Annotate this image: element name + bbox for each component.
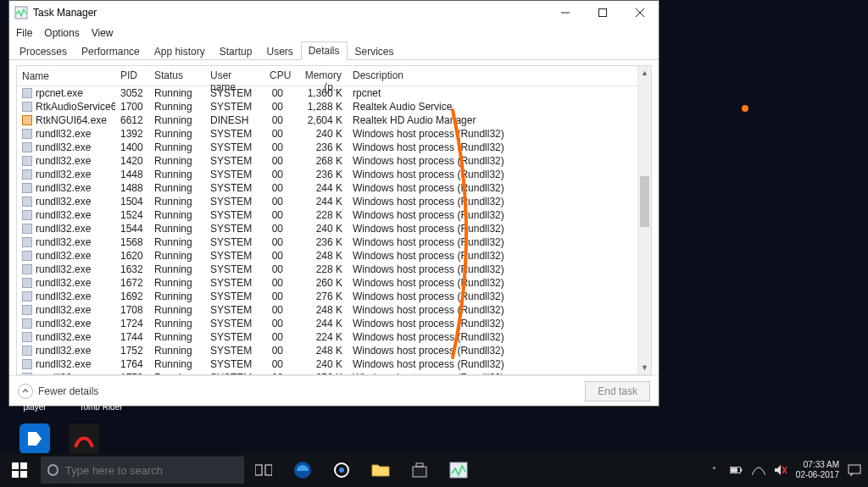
taskbar-clock[interactable]: 07:33 AM 02-06-2017 xyxy=(796,460,839,480)
taskbar-search[interactable] xyxy=(41,457,244,484)
col-status[interactable]: Status xyxy=(149,66,205,86)
process-pid: 1632 xyxy=(115,263,149,275)
col-pid[interactable]: PID xyxy=(115,66,149,86)
process-icon xyxy=(22,332,32,342)
maximize-button[interactable] xyxy=(584,1,621,25)
taskbar-chrome[interactable] xyxy=(322,453,361,487)
action-center-icon[interactable] xyxy=(848,463,861,477)
table-row[interactable]: rundll32.exe1448RunningSYSTEM00236 KWind… xyxy=(17,168,651,181)
col-memory[interactable]: Memory (p... xyxy=(288,66,348,86)
scroll-up-icon[interactable]: ▲ xyxy=(638,66,651,80)
process-memory: 2,604 K xyxy=(288,114,348,126)
task-manager-icon xyxy=(449,462,468,479)
table-row[interactable]: rundll32.exe1672RunningSYSTEM00260 KWind… xyxy=(17,276,651,290)
tab-processes[interactable]: Processes xyxy=(13,43,74,60)
start-button[interactable] xyxy=(0,453,39,487)
process-user: SYSTEM xyxy=(205,372,264,374)
tray-chevron-icon[interactable]: ˄ xyxy=(708,463,721,477)
process-pid: 1620 xyxy=(115,250,149,262)
folder-icon xyxy=(371,462,390,478)
network-icon[interactable] xyxy=(752,463,765,477)
svg-rect-21 xyxy=(740,468,742,472)
volume-muted-icon[interactable] xyxy=(774,463,787,477)
desktop-icon-tomb-rider[interactable]: Tomb Rider xyxy=(76,402,125,412)
process-user: SYSTEM xyxy=(205,318,264,329)
table-row[interactable]: rundll32.exe1400RunningSYSTEM00236 KWind… xyxy=(17,141,651,154)
process-user: SYSTEM xyxy=(205,358,264,370)
menu-view[interactable]: View xyxy=(92,27,114,39)
tab-services[interactable]: Services xyxy=(348,43,401,60)
scroll-down-icon[interactable]: ▼ xyxy=(638,361,651,374)
taskbar-file-explorer[interactable] xyxy=(361,453,400,487)
svg-rect-25 xyxy=(849,465,860,473)
menu-file[interactable]: File xyxy=(16,27,32,39)
menu-options[interactable]: Options xyxy=(44,27,79,39)
col-name[interactable]: Name xyxy=(17,66,115,86)
titlebar[interactable]: Task Manager xyxy=(9,1,659,25)
scrollbar-thumb[interactable] xyxy=(640,176,649,227)
table-row[interactable]: rundll32.exe1420RunningSYSTEM00268 KWind… xyxy=(17,154,651,168)
process-name: rundll32.exe xyxy=(36,291,91,302)
col-username[interactable]: User name xyxy=(205,66,264,86)
close-button[interactable] xyxy=(621,1,659,25)
table-row[interactable]: rundll32.exe1752RunningSYSTEM00248 KWind… xyxy=(17,344,651,357)
table-row[interactable]: rundll32.exe1504RunningSYSTEM00244 KWind… xyxy=(17,195,651,208)
col-cpu[interactable]: CPU xyxy=(264,66,288,86)
process-memory: 240 K xyxy=(288,358,348,370)
taskbar-store[interactable] xyxy=(400,453,439,487)
process-cpu: 00 xyxy=(264,236,288,248)
table-row[interactable]: rundll32.exe1744RunningSYSTEM00224 KWind… xyxy=(17,330,651,344)
svg-rect-7 xyxy=(12,462,19,469)
process-cpu: 00 xyxy=(264,101,288,113)
process-description: Windows host process (Rundll32) xyxy=(348,223,651,235)
process-cpu: 00 xyxy=(264,87,288,99)
process-cpu: 00 xyxy=(264,358,288,370)
vertical-scrollbar[interactable]: ▲ ▼ xyxy=(637,66,651,374)
table-row[interactable]: rundll32.exe1544RunningSYSTEM00240 KWind… xyxy=(17,222,651,235)
table-row[interactable]: rundll32.exe1708RunningSYSTEM00248 KWind… xyxy=(17,303,651,317)
wallpaper-dot xyxy=(742,105,748,112)
fewer-details-toggle[interactable]: Fewer details xyxy=(18,384,98,399)
table-row[interactable]: rundll32.exe1568RunningSYSTEM00236 KWind… xyxy=(17,235,651,249)
taskbar-task-manager[interactable] xyxy=(439,453,478,487)
process-pid: 1700 xyxy=(115,101,149,113)
table-row[interactable]: rundll32.exe1692RunningSYSTEM00276 KWind… xyxy=(17,290,651,303)
task-manager-icon xyxy=(14,6,28,19)
search-input[interactable] xyxy=(65,464,244,477)
desktop-icon-player[interactable]: player xyxy=(10,402,59,412)
process-user: SYSTEM xyxy=(205,128,264,140)
process-status: Running xyxy=(149,263,205,275)
process-status: Running xyxy=(149,155,205,167)
tab-performance[interactable]: Performance xyxy=(75,43,147,60)
tab-users[interactable]: Users xyxy=(259,43,299,60)
end-task-button[interactable]: End task xyxy=(585,381,650,401)
process-name: rundll32.exe xyxy=(36,196,91,208)
battery-icon[interactable] xyxy=(730,463,743,477)
table-row[interactable]: RtkAudioService64.exe1700RunningSYSTEM00… xyxy=(17,100,651,113)
table-row[interactable]: rundll32.exe1392RunningSYSTEM00240 KWind… xyxy=(17,127,651,141)
col-description[interactable]: Description xyxy=(348,66,651,86)
process-status: Running xyxy=(149,250,205,262)
cortana-icon xyxy=(47,464,58,476)
table-row[interactable]: RtkNGUI64.exe6612RunningDINESH002,604 KR… xyxy=(17,113,651,127)
table-row[interactable]: rpcnet.exe3052RunningSYSTEM001,360 Krpcn… xyxy=(17,86,651,100)
table-row[interactable]: rundll32.exe1632RunningSYSTEM00228 KWind… xyxy=(17,263,651,276)
table-row[interactable]: rundll32.exe1772RunningSYSTEM00256 KWind… xyxy=(17,371,651,374)
taskbar-edge[interactable] xyxy=(283,453,322,487)
table-row[interactable]: rundll32.exe1524RunningSYSTEM00228 KWind… xyxy=(17,208,651,222)
process-pid: 1692 xyxy=(115,291,149,302)
table-row[interactable]: rundll32.exe1764RunningSYSTEM00240 KWind… xyxy=(17,357,651,371)
minimize-button[interactable] xyxy=(547,1,584,25)
process-icon xyxy=(22,129,32,139)
tab-details[interactable]: Details xyxy=(301,42,348,60)
task-view-button[interactable] xyxy=(244,453,283,487)
table-row[interactable]: rundll32.exe1724RunningSYSTEM00244 KWind… xyxy=(17,317,651,330)
process-icon xyxy=(22,210,32,220)
process-name: rundll32.exe xyxy=(36,277,91,289)
table-row[interactable]: rundll32.exe1488RunningSYSTEM00244 KWind… xyxy=(17,181,651,195)
tab-startup[interactable]: Startup xyxy=(213,43,259,60)
process-description: Windows host process (Rundll32) xyxy=(348,263,651,275)
table-row[interactable]: rundll32.exe1620RunningSYSTEM00248 KWind… xyxy=(17,249,651,263)
window-title: Task Manager xyxy=(33,7,547,19)
tab-app-history[interactable]: App history xyxy=(147,43,212,60)
